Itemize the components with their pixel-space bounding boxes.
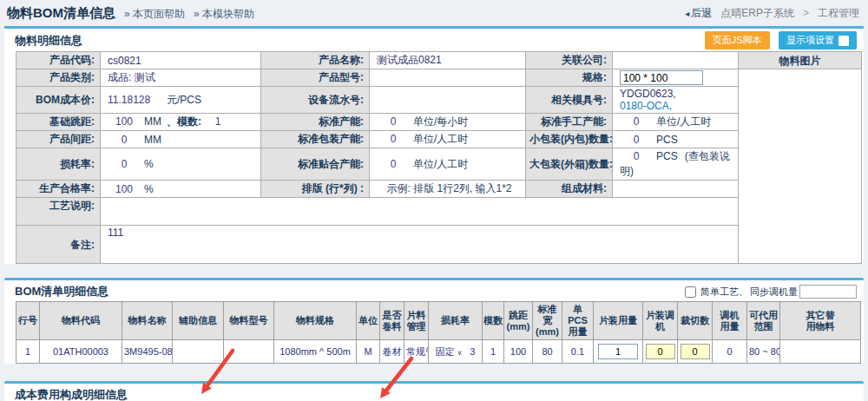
form-row-5: 产品间距: 0MM 标准包装产能: 0单位/人工时 小包装(内包)数量: 0PC… — [16, 131, 862, 148]
specification-input[interactable] — [620, 70, 703, 85]
form-row-1: 产品代码: cs0821 产品名称: 测试成品0821 关联公司: 物料图片 — [16, 52, 862, 69]
bom-std-width: 80 — [533, 340, 562, 364]
label-device-serial: 设备流水号: — [261, 87, 370, 114]
col-header-material-code: 物料代码 — [40, 302, 122, 340]
cost-title: 成本费用构成明细信息 — [15, 387, 128, 401]
label-component-material: 组成材料: — [526, 181, 613, 198]
display-settings-toggle[interactable] — [838, 36, 849, 46]
mold-number-1: YDGD0623, — [620, 88, 734, 100]
page-help-link[interactable]: » 本页面帮助 — [124, 7, 185, 22]
std-capacity-number: 0 — [377, 115, 410, 128]
cut-count-input[interactable] — [681, 344, 710, 359]
panel-gap-2 — [0, 371, 868, 381]
cost-panel: 成本费用构成明细信息 行号 费用科目 金额 (元/单位) 备注 1 原材料费用 … — [4, 381, 864, 401]
col-header-material-model: 物料型号 — [224, 302, 274, 340]
mold-count-number: 1 — [201, 115, 234, 128]
material-image-header: 物料图片 — [739, 52, 861, 69]
col-header-sheet-usage: 片装用量 — [594, 302, 643, 340]
sync-adjust-label: 同步调机量 — [750, 286, 798, 299]
bom-material-name: 3M9495-082 — [122, 340, 173, 364]
std-manual-capacity-number: 0 — [620, 115, 653, 128]
value-std-packing-capacity: 0单位/人工时 — [370, 131, 526, 148]
back-button[interactable]: ◂后退 — [685, 6, 712, 21]
col-header-sheet-mgmt: 片料 管理 — [404, 302, 429, 340]
page-title: 物料BOM清单信息 — [7, 5, 115, 22]
col-header-std-width: 标准宽 (mm) — [533, 302, 562, 340]
loss-type-select[interactable]: 固定∨ — [436, 346, 463, 357]
large-package-qty-number: 0 — [620, 150, 653, 162]
label-related-mold: 相关模具号: — [526, 87, 613, 114]
topbar-left: 物料BOM清单信息 » 本页面帮助 » 本模块帮助 — [7, 5, 254, 22]
bom-material-spec: 1080mm ^ 500m — [274, 340, 357, 364]
panel-gap-1 — [0, 269, 868, 278]
bom-other-materials — [780, 340, 861, 364]
form-row-3: BOM成本价: 11.18128元/PCS 设备流水号: 相关模具号: YDGD… — [16, 87, 862, 114]
display-settings-button[interactable]: 显示项设置 — [779, 31, 857, 49]
value-related-company — [613, 52, 739, 69]
label-mold-count-inline: 、模数: — [167, 115, 201, 128]
col-header-unit: 单位 — [357, 302, 380, 340]
form-row-8: 工艺说明: — [16, 198, 862, 226]
label-std-laminating-capacity: 标准贴合产能: — [261, 148, 370, 181]
value-small-package-qty: 0PCS — [613, 131, 739, 148]
label-product-spacing: 产品间距: — [16, 131, 101, 148]
breadcrumb-system[interactable]: 点晴ERP子系统 — [720, 6, 794, 21]
bom-header-row: 行号 物料代码 物料名称 辅助信息 物料型号 物料规格 单位 是否 卷料 片料 … — [16, 302, 861, 340]
value-base-pitch: 100MM、模数:1 — [101, 114, 261, 131]
label-product-category: 产品类别: — [16, 69, 101, 87]
loss-rate-value: 3 — [470, 346, 475, 357]
material-detail-panel: 物料明细信息 页面JS脚本 显示项设置 产品代码: cs0821 产品名称: 测… — [4, 29, 864, 264]
form-row-9: 备注: 111 — [16, 226, 862, 264]
col-header-material-name: 物料名称 — [122, 302, 173, 340]
material-detail-titlebar: 物料明细信息 页面JS脚本 显示项设置 — [4, 29, 864, 51]
std-laminating-capacity-number: 0 — [377, 158, 410, 170]
sync-adjust-input[interactable] — [799, 285, 857, 299]
pass-rate-number: 100 — [108, 183, 141, 195]
page-js-script-button[interactable]: 页面JS脚本 — [705, 31, 770, 49]
material-detail-form: 产品代码: cs0821 产品名称: 测试成品0821 关联公司: 物料图片 产… — [16, 51, 862, 264]
cost-titlebar: 成本费用构成明细信息 — [4, 384, 864, 401]
std-manual-capacity-unit: 单位/人工时 — [656, 115, 711, 128]
col-header-other-materials: 其它替 用物料 — [780, 302, 861, 340]
label-small-package-qty: 小包装(内包)数量: — [526, 131, 613, 148]
col-header-material-spec: 物料规格 — [274, 302, 357, 340]
col-header-substitute-range: 可代用 范围 — [747, 302, 780, 340]
layout-hint-text: 示例: 排版 1行2列, 输入1*2 — [377, 181, 522, 196]
product-spacing-number: 0 — [108, 134, 141, 146]
value-process-notes — [101, 198, 739, 226]
col-header-sheet-adjust: 片装调机 — [643, 302, 678, 340]
col-header-cut-count: 裁切数 — [678, 302, 713, 340]
value-std-manual-capacity: 0单位/人工时 — [613, 114, 739, 131]
material-detail-title: 物料明细信息 — [15, 33, 82, 49]
form-row-7: 生产合格率: 100% 排版 (行*列) : 示例: 排版 1行2列, 输入1*… — [16, 181, 862, 198]
breadcrumb-module[interactable]: 工程管理 — [818, 6, 859, 21]
page: { "topbar": { "title": "物料BOM清单信息", "hel… — [0, 0, 868, 401]
label-large-package-qty: 大包装(外箱)数量: — [526, 148, 613, 181]
col-header-aux-info: 辅助信息 — [173, 302, 224, 340]
simple-process-checkbox[interactable] — [685, 286, 696, 298]
panel-buttons: 页面JS脚本 显示项设置 — [705, 31, 857, 49]
label-product-name: 产品名称: — [261, 52, 370, 69]
bom-cut-count-cell — [678, 340, 713, 364]
std-packing-capacity-number: 0 — [377, 133, 410, 145]
sheet-adjust-input[interactable] — [646, 344, 675, 359]
mold-number-2-link[interactable]: 0180-OCA, — [620, 100, 734, 112]
bom-mold-count: 1 — [483, 340, 504, 364]
value-layout-hint: 示例: 排版 1行2列, 输入1*2 — [370, 181, 526, 198]
module-help-link[interactable]: » 本模块帮助 — [194, 7, 254, 22]
bom-per-pcs-usage: 0.1 — [562, 340, 594, 364]
bom-adjust-usage: 0 — [713, 340, 747, 364]
bom-sheet-usage-cell — [594, 340, 643, 364]
value-bom-cost-price: 11.18128元/PCS — [101, 87, 261, 114]
label-process-notes: 工艺说明: — [16, 198, 101, 226]
label-std-manual-capacity: 标准手工产能: — [526, 114, 613, 131]
breadcrumb: ◂后退 点晴ERP子系统 > 工程管理 — [685, 6, 859, 21]
label-product-code: 产品代码: — [16, 52, 101, 69]
bom-material-code[interactable]: 01ATH00003 — [40, 340, 122, 364]
label-related-company: 关联公司: — [526, 52, 613, 69]
value-std-capacity: 0单位/每小时 — [370, 114, 526, 131]
value-pass-rate: 100% — [101, 181, 261, 198]
sheet-usage-input[interactable] — [598, 344, 638, 359]
label-loss-rate: 损耗率: — [16, 148, 101, 181]
value-related-mold: YDGD0623, 0180-OCA, — [613, 87, 739, 114]
